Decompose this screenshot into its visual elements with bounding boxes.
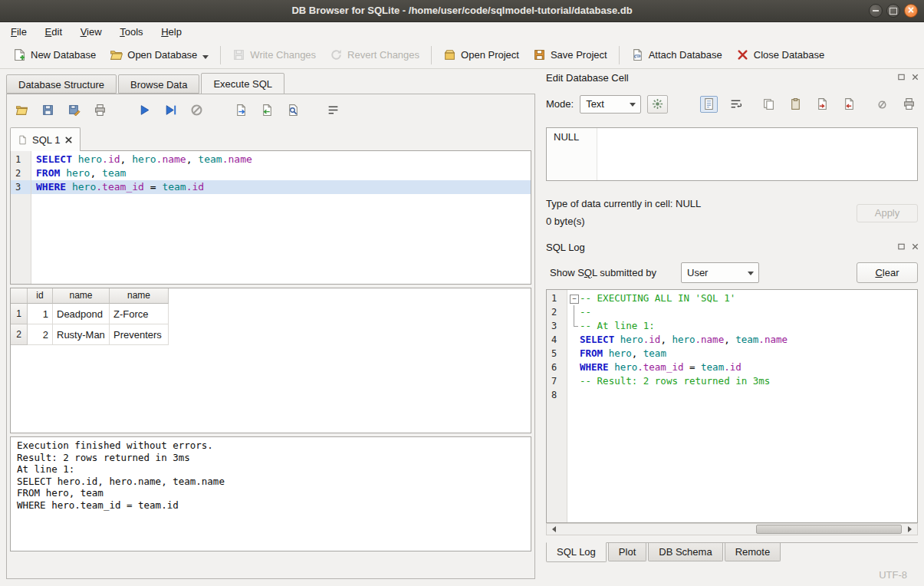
table-cell[interactable]: Z-Force (110, 304, 169, 324)
sql-editor-gutter: 123 (11, 151, 31, 284)
sql-editor-code[interactable]: SELECT hero.id, hero.name, team.nameFROM… (31, 151, 531, 284)
titlebar[interactable]: DB Browser for SQLite - /home/user/code/… (0, 0, 924, 22)
scroll-left-button[interactable] (547, 524, 558, 535)
execute-all-button[interactable] (137, 103, 152, 117)
find-replace-button[interactable] (286, 103, 301, 117)
word-wrap-button[interactable] (326, 103, 340, 117)
submitter-select[interactable]: User (681, 262, 759, 283)
window-title: DB Browser for SQLite - /home/user/code/… (0, 0, 924, 21)
sql-tab-label: SQL 1 (32, 134, 60, 146)
float-icon (897, 73, 906, 81)
save-sql-as-button[interactable] (67, 103, 81, 117)
tab-db-schema[interactable]: DB Schema (648, 543, 722, 561)
close-icon (911, 242, 919, 251)
word-wrap-icon (327, 104, 340, 117)
sql-log-title: SQL Log (546, 242, 585, 253)
column-header-name[interactable]: name (53, 288, 110, 304)
write-changes-label: Write Changes (250, 49, 316, 61)
tab-sql-log[interactable]: SQL Log (546, 542, 607, 562)
import-cell-button[interactable] (814, 96, 831, 113)
export-cell-button[interactable] (840, 96, 858, 113)
text-mode-button[interactable] (700, 96, 718, 113)
import-sql-button[interactable] (260, 103, 275, 117)
clear-button[interactable]: Clear (857, 262, 918, 283)
table-cell[interactable]: Deadpond (53, 304, 110, 324)
tab-remote[interactable]: Remote (725, 543, 781, 561)
export-sql-icon (235, 104, 248, 117)
minimize-button[interactable] (869, 4, 883, 18)
table-cell[interactable]: 2 (28, 324, 53, 345)
open-project-icon (443, 48, 456, 61)
tab-plot[interactable]: Plot (608, 543, 646, 561)
row-header[interactable]: 2 (11, 324, 28, 345)
mode-select[interactable]: Text (580, 95, 641, 114)
tab-database-structure[interactable]: Database Structure (6, 74, 117, 94)
open-project-label: Open Project (461, 49, 519, 61)
column-header-name2[interactable]: name (110, 288, 169, 304)
sql-log-code[interactable]: -- EXECUTING ALL IN 'SQL 1'---- At line … (567, 290, 917, 522)
table-cell[interactable]: Preventers (110, 324, 169, 345)
write-changes-icon (232, 48, 245, 61)
arrow-left-icon (549, 526, 556, 532)
tab-execute-sql[interactable]: Execute SQL (201, 73, 284, 94)
word-wrap-cell-button[interactable] (727, 96, 745, 113)
close-database-button[interactable]: Close Database (729, 45, 832, 64)
open-sql-file-button[interactable] (15, 103, 29, 117)
menubar: File Edit View Tools Help (0, 22, 924, 41)
float-panel-button[interactable] (896, 72, 906, 82)
auto-switch-mode-icon (651, 97, 664, 110)
row-header[interactable]: 1 (11, 304, 28, 324)
paste-cell-button[interactable] (787, 96, 804, 113)
table-cell[interactable]: Rusty-Man (53, 324, 110, 345)
app-window: DB Browser for SQLite - /home/user/code/… (0, 0, 924, 586)
new-database-icon (13, 48, 26, 61)
find-replace-icon (287, 104, 300, 117)
menu-edit[interactable]: Edit (38, 22, 70, 41)
menu-file[interactable]: File (3, 22, 35, 41)
submitter-value: User (682, 267, 748, 278)
close-tab-icon[interactable] (64, 136, 73, 144)
apply-button: Apply (857, 204, 918, 222)
dock-tab-bar: SQL Log Plot DB Schema Remote (546, 542, 918, 562)
horizontal-scrollbar[interactable] (546, 523, 918, 535)
open-project-button[interactable]: Open Project (436, 45, 526, 64)
auto-switch-mode-button[interactable] (647, 95, 668, 114)
sql-editor[interactable]: 123 SELECT hero.id, hero.name, team.name… (10, 150, 531, 285)
close-panel-button[interactable] (910, 242, 920, 252)
save-project-button[interactable]: Save Project (526, 45, 614, 64)
results-table[interactable]: id name name 1 1 Deadpond Z-Force 2 2 Ru… (10, 288, 531, 433)
print-cell-button[interactable] (900, 96, 918, 113)
column-header-id[interactable]: id (28, 288, 53, 304)
cell-type-info: Type of data currently in cell: NULL (546, 198, 701, 209)
new-database-button[interactable]: New Database (6, 45, 103, 64)
execute-current-line-button[interactable] (163, 103, 178, 117)
cell-editor[interactable]: NULL (546, 127, 918, 181)
menu-help[interactable]: Help (153, 22, 189, 41)
save-project-icon (533, 48, 546, 61)
mode-value: Text (580, 98, 630, 110)
edit-cell-dock-buttons (896, 72, 920, 82)
scroll-thumb[interactable] (756, 525, 902, 534)
scroll-right-button[interactable] (906, 524, 917, 535)
open-database-button[interactable]: Open Database (103, 45, 215, 65)
tab-browse-data[interactable]: Browse Data (118, 74, 199, 94)
print-icon (903, 97, 916, 110)
sql-document-tab[interactable]: SQL 1 (10, 127, 81, 151)
menu-tools[interactable]: Tools (112, 22, 150, 41)
save-sql-file-button[interactable] (41, 103, 55, 117)
sql-log-view[interactable]: 12345678 -- EXECUTING ALL IN 'SQL 1'----… (546, 289, 918, 523)
attach-database-button[interactable]: Attach Database (624, 45, 729, 64)
float-panel-button[interactable] (896, 242, 906, 252)
chevron-down-icon[interactable] (202, 55, 209, 62)
execution-status[interactable]: Execution finished without errors. Resul… (10, 436, 531, 551)
print-sql-button[interactable] (93, 103, 107, 117)
set-null-button[interactable] (873, 96, 891, 113)
close-button[interactable] (904, 4, 918, 18)
close-panel-button[interactable] (910, 72, 920, 82)
maximize-button[interactable] (886, 4, 900, 18)
table-cell[interactable]: 1 (28, 304, 53, 324)
menu-view[interactable]: View (73, 22, 110, 41)
copy-cell-button[interactable] (760, 96, 778, 113)
export-sql-button[interactable] (234, 103, 248, 117)
cell-editor-area[interactable] (597, 128, 917, 180)
